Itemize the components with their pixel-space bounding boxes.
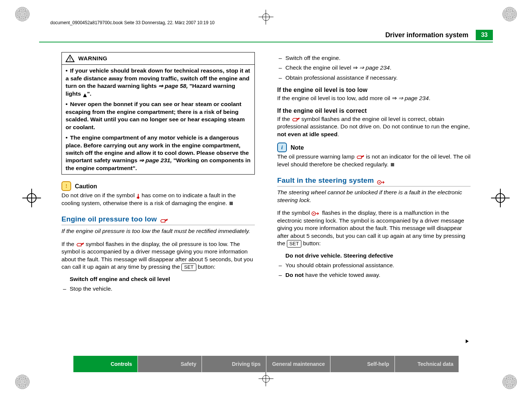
document-header-line: document_0900452a8179700c.book Seite 33 … — [39, 19, 493, 30]
set-button-key: SET — [287, 240, 301, 247]
warning-header: ! WARNING — [62, 52, 254, 65]
caution-icon: ! — [61, 181, 71, 191]
oil-paragraph-1: If the symbol flashes in the display, th… — [61, 240, 255, 271]
nav-safety[interactable]: Safety — [138, 356, 202, 372]
svg-point-4 — [379, 182, 380, 183]
content-area: ! WARNING •If your vehicle should break … — [39, 42, 493, 295]
printer-mark-tl — [15, 7, 30, 22]
steering-message: Do not drive vehicle. Steering defective — [277, 252, 471, 259]
note-title: Note — [291, 144, 304, 151]
warning-title: WARNING — [78, 55, 107, 62]
page-header: Driver information system 33 — [39, 30, 493, 42]
warning-item-1: •If your vehicle should break down for t… — [66, 67, 251, 98]
para-oil-too-low: If the engine oil level is too low, add … — [277, 95, 471, 102]
para-oil-correct: If the symbol flashes and the engine oil… — [277, 115, 471, 138]
section-oil-subtitle: If the engine oil pressure is too low th… — [61, 227, 255, 235]
note-text: The oil pressure warning lamp is not an … — [277, 153, 471, 168]
warning-item-3: •The engine compartment of any motor veh… — [66, 134, 251, 172]
steering-lock-icon — [311, 211, 320, 216]
nav-general-maintenance[interactable]: General maintenance — [266, 356, 331, 372]
warning-body: •If your vehicle should break down for t… — [62, 65, 254, 174]
continue-arrow-icon — [465, 339, 470, 345]
nav-technical-data[interactable]: Technical data — [395, 356, 459, 372]
oil-can-icon — [76, 242, 84, 247]
end-mark-icon — [229, 202, 233, 205]
section-steering-subtitle: The steering wheel cannot be unlocked if… — [277, 189, 471, 204]
steering-para-1: If the symbol flashes in the display, th… — [277, 209, 471, 247]
warning-triangle-icon: ! — [66, 55, 75, 62]
note-header: i Note — [277, 143, 471, 152]
oil-can-icon — [356, 154, 364, 160]
heading-oil-too-low: If the engine oil level is too low — [277, 86, 471, 94]
oil-message: Switch off engine and check oil level — [61, 275, 255, 283]
step-check-oil: Check the engine oil level ⇒ ⇒ page 234. — [277, 64, 471, 71]
step-stop-vehicle: Stop the vehicle. — [61, 285, 255, 293]
caution-header: ! Caution — [61, 181, 255, 191]
step-steering-assistance: You should obtain professional assistanc… — [277, 262, 471, 269]
page-number: 33 — [476, 30, 493, 40]
printer-mark-bl — [15, 374, 30, 389]
step-switch-off: Switch off the engine. — [277, 54, 471, 62]
caution-title: Caution — [75, 182, 97, 190]
nav-controls[interactable]: Controls — [73, 356, 138, 372]
step-assistance: Obtain professional assistance if necess… — [277, 74, 471, 82]
printer-mark-br — [502, 374, 517, 389]
printer-mark-tr — [502, 7, 517, 22]
svg-rect-1 — [138, 194, 139, 197]
steering-lock-icon — [377, 178, 386, 183]
registration-mark-right — [491, 189, 510, 207]
oil-can-icon — [292, 117, 300, 122]
nav-self-help[interactable]: Self-help — [330, 356, 395, 372]
oil-steps-continued: Switch off the engine. Check the engine … — [277, 54, 471, 82]
nav-driving-tips[interactable]: Driving tips — [202, 356, 266, 372]
end-mark-icon — [391, 163, 394, 166]
registration-mark-left — [22, 189, 41, 207]
left-column: ! WARNING •If your vehicle should break … — [61, 52, 255, 295]
footer-nav: Controls Safety Driving tips General mai… — [73, 356, 459, 372]
section-oil-pressure-title: Engine oil pressure too low — [61, 214, 255, 225]
caution-text: Do not drive on if the symbol has come o… — [61, 192, 255, 207]
steering-steps: You should obtain professional assistanc… — [277, 262, 471, 279]
heading-oil-correct: If the engine oil level is correct — [277, 107, 471, 115]
step-steering-tow: Do not have the vehicle towed away. — [277, 271, 471, 279]
right-column: Switch off the engine. Check the engine … — [277, 52, 471, 295]
svg-point-6 — [313, 213, 314, 214]
warning-box: ! WARNING •If your vehicle should break … — [61, 52, 255, 175]
oil-can-icon — [160, 217, 168, 222]
oil-steps: Stop the vehicle. — [61, 285, 255, 293]
svg-text:!: ! — [69, 57, 71, 62]
warning-item-2: •Never open the bonnet if you can see or… — [66, 100, 251, 131]
set-button-key: SET — [181, 264, 196, 271]
hazard-triangle-icon — [83, 92, 87, 96]
note-icon: i — [277, 143, 287, 152]
thermometer-icon — [136, 193, 140, 198]
section-steering-title: Fault in the steering system — [277, 176, 471, 186]
section-name: Driver information system — [385, 31, 468, 39]
page-container: document_0900452a8179700c.book Seite 33 … — [39, 19, 493, 377]
